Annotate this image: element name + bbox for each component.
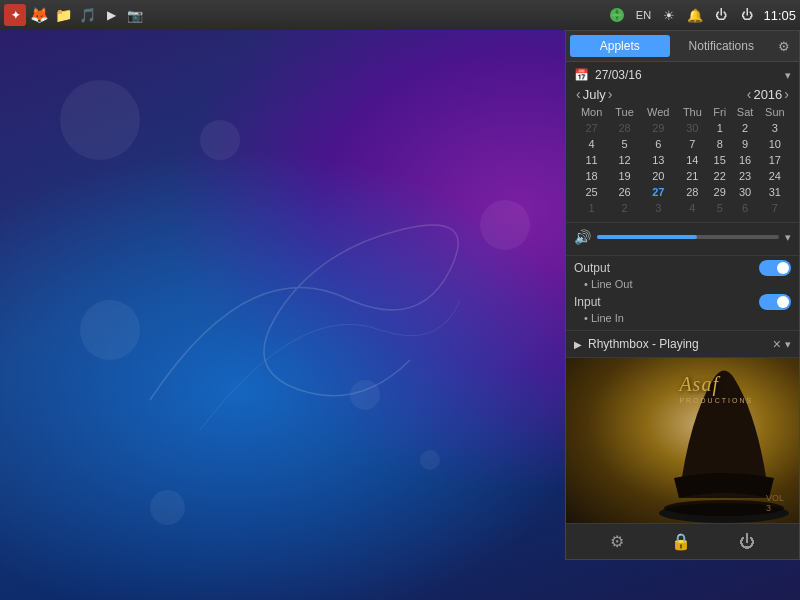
cinnamon-applet-icon[interactable]: [607, 5, 627, 25]
popup-bottom-bar: ⚙ 🔒 ⏻: [566, 524, 799, 559]
screenshot-button[interactable]: 📷: [124, 4, 146, 26]
cal-day[interactable]: 27: [574, 120, 609, 136]
calendar-nav-row: ‹ July › ‹ 2016 ›: [574, 86, 791, 102]
cal-day[interactable]: 14: [677, 152, 708, 168]
tab-notifications[interactable]: Notifications: [672, 35, 772, 57]
cal-day[interactable]: 15: [708, 152, 731, 168]
output-device: Line Out: [584, 278, 791, 290]
volume-slider[interactable]: [597, 235, 779, 239]
media-player-title: Rhythmbox - Playing: [588, 337, 773, 351]
prev-month-arrow[interactable]: ‹: [574, 86, 583, 102]
cal-day[interactable]: 29: [640, 120, 677, 136]
cal-day[interactable]: 25: [574, 184, 609, 200]
input-label: Input: [574, 295, 601, 309]
output-toggle[interactable]: [759, 260, 791, 276]
cal-day[interactable]: 28: [677, 184, 708, 200]
power-tray-icon[interactable]: ⏻: [737, 5, 757, 25]
calendar-date: 27/03/16: [595, 68, 785, 82]
clock[interactable]: 11:05: [763, 8, 796, 23]
album-art: Asaf PRODUCTIONS VOL3: [566, 358, 799, 523]
day-wed: Wed: [640, 104, 677, 120]
next-month-arrow[interactable]: ›: [606, 86, 615, 102]
brightness-tray-icon[interactable]: ☀: [659, 5, 679, 25]
deco-circle-6: [420, 450, 440, 470]
cal-day[interactable]: 2: [609, 200, 640, 216]
music-button[interactable]: 🎵: [76, 4, 98, 26]
taskbar: ✦ 🦊 📁 🎵 ▶ 📷 EN ☀ 🔔 ⏻: [0, 0, 800, 30]
deco-circle-1: [60, 80, 140, 160]
bottom-lock-icon[interactable]: 🔒: [671, 532, 691, 551]
cal-day[interactable]: 7: [677, 136, 708, 152]
calendar-week-6: 1 2 3 4 5 6 7: [574, 200, 791, 216]
files-button[interactable]: 📁: [52, 4, 74, 26]
cal-day[interactable]: 29: [708, 184, 731, 200]
cal-day[interactable]: 2: [731, 120, 758, 136]
deco-circle-7: [150, 490, 185, 525]
cal-day[interactable]: 13: [640, 152, 677, 168]
calendar-year: 2016: [753, 87, 782, 102]
keyboard-layout[interactable]: EN: [633, 5, 653, 25]
volume-section: 🔊 ▾: [566, 223, 799, 256]
next-year-arrow[interactable]: ›: [782, 86, 791, 102]
calendar-icon: 📅: [574, 68, 589, 82]
cal-day[interactable]: 12: [609, 152, 640, 168]
cal-day[interactable]: 9: [731, 136, 758, 152]
calendar-date-arrow[interactable]: ▾: [785, 69, 791, 82]
cal-day[interactable]: 4: [677, 200, 708, 216]
battery-tray-icon[interactable]: ⏻: [711, 5, 731, 25]
cal-day[interactable]: 7: [759, 200, 791, 216]
cal-day[interactable]: 6: [640, 136, 677, 152]
volume-icon: 🔊: [574, 229, 591, 245]
cal-day[interactable]: 18: [574, 168, 609, 184]
audio-io-section: Output Line Out Input Line In: [566, 256, 799, 331]
volume-arrow[interactable]: ▾: [785, 231, 791, 244]
popup-tab-bar: Applets Notifications ⚙: [566, 31, 799, 62]
cal-day[interactable]: 17: [759, 152, 791, 168]
cal-day[interactable]: 8: [708, 136, 731, 152]
cal-day[interactable]: 6: [731, 200, 758, 216]
calendar-week-5: 25 26 27 28 29 30 31: [574, 184, 791, 200]
cal-day[interactable]: 3: [759, 120, 791, 136]
calendar-week-2: 4 5 6 7 8 9 10: [574, 136, 791, 152]
cal-day[interactable]: 5: [609, 136, 640, 152]
cal-day[interactable]: 31: [759, 184, 791, 200]
input-toggle[interactable]: [759, 294, 791, 310]
cal-day[interactable]: 5: [708, 200, 731, 216]
media-button[interactable]: ▶: [100, 4, 122, 26]
notifications-tray-icon[interactable]: 🔔: [685, 5, 705, 25]
cal-day[interactable]: 21: [677, 168, 708, 184]
cal-day[interactable]: 30: [731, 184, 758, 200]
media-player-section: ▶ Rhythmbox - Playing × ▾ Asaf: [566, 331, 799, 524]
firefox-button[interactable]: 🦊: [28, 4, 50, 26]
input-device: Line In: [584, 312, 791, 324]
cal-day[interactable]: 11: [574, 152, 609, 168]
calendar-section: 📅 27/03/16 ▾ ‹ July › ‹ 2016 › Mon Tue W…: [566, 62, 799, 223]
day-fri: Fri: [708, 104, 731, 120]
media-close-button[interactable]: ×: [773, 336, 781, 352]
media-player-header: ▶ Rhythmbox - Playing × ▾: [566, 331, 799, 358]
cal-day[interactable]: 1: [708, 120, 731, 136]
cal-day[interactable]: 24: [759, 168, 791, 184]
settings-gear-icon[interactable]: ⚙: [773, 35, 795, 57]
cal-day[interactable]: 28: [609, 120, 640, 136]
cal-day-today[interactable]: 27: [640, 184, 677, 200]
system-menu-icon[interactable]: ✦: [4, 4, 26, 26]
cal-day[interactable]: 4: [574, 136, 609, 152]
volume-fill: [597, 235, 697, 239]
cal-day[interactable]: 20: [640, 168, 677, 184]
cal-day[interactable]: 30: [677, 120, 708, 136]
cal-day[interactable]: 19: [609, 168, 640, 184]
tab-applets[interactable]: Applets: [570, 35, 670, 57]
cal-day[interactable]: 3: [640, 200, 677, 216]
output-row: Output: [574, 260, 791, 276]
cal-day[interactable]: 26: [609, 184, 640, 200]
media-expand-button[interactable]: ▾: [785, 338, 791, 351]
cal-day[interactable]: 10: [759, 136, 791, 152]
cal-day[interactable]: 16: [731, 152, 758, 168]
bottom-settings-icon[interactable]: ⚙: [610, 532, 624, 551]
cal-day[interactable]: 1: [574, 200, 609, 216]
prev-year-arrow[interactable]: ‹: [745, 86, 754, 102]
cal-day[interactable]: 22: [708, 168, 731, 184]
cal-day[interactable]: 23: [731, 168, 758, 184]
bottom-power-icon[interactable]: ⏻: [739, 533, 755, 551]
